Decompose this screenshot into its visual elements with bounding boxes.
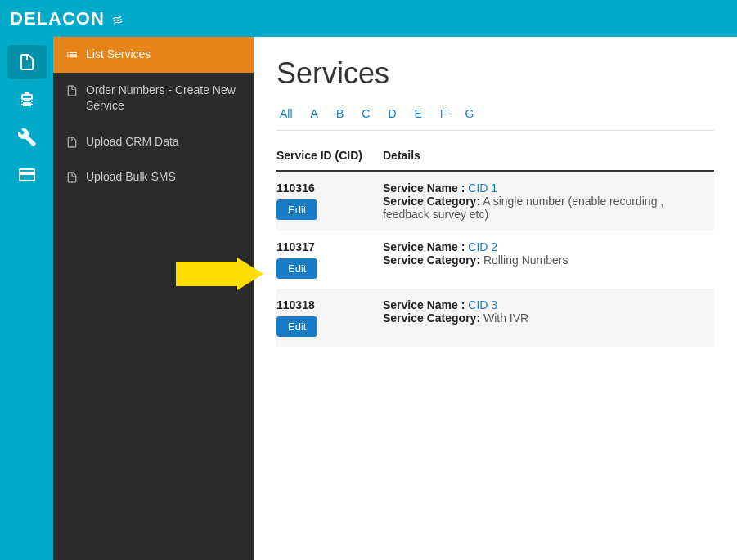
edit-button-110318[interactable]: Edit [276,316,317,337]
sidebar-label-list-services: List Services [86,47,151,63]
service-name-label-3: Service Name : [383,298,465,311]
alpha-filter: All A B C D E F G [276,105,714,131]
services-table: Service ID (CID) Details 110316 Edit Ser… [276,144,714,347]
service-category-label-1: Service Category: [383,195,480,208]
service-details-cell-1: Service Name : CID 1 Service Category: A… [383,171,714,231]
iconbar-billing[interactable] [7,158,47,192]
service-name-row-3: Service Name : CID 3 [383,298,708,311]
service-details-cell-3: Service Name : CID 3 Service Category: W… [383,289,714,347]
service-category-row-1: Service Category: A single number (enabl… [383,195,708,221]
main-content: Services All A B C D E F G Service ID (C… [254,37,737,560]
col-header-details: Details [383,144,714,171]
document-icon-1 [65,83,79,98]
service-name-value-1: CID 1 [468,181,497,195]
service-details-cell-2: Service Name : CID 2 Service Category: R… [383,231,714,289]
service-name-row-2: Service Name : CID 2 [383,240,708,253]
table-row: 110317 Edit Service Name : CID 2 Service… [276,231,714,289]
document-icon-2 [65,135,79,150]
service-category-row-3: Service Category: With IVR [383,311,708,325]
service-category-label-2: Service Category: [383,253,480,267]
service-id-110316: 110316 [276,181,376,195]
main-layout: List Services Order Numbers - Create New… [0,37,737,560]
col-header-id: Service ID (CID) [276,144,383,171]
top-header: DELACON ≋ [0,0,737,37]
sidebar-label-upload-crm: Upload CRM Data [86,134,179,150]
sidebar-item-upload-sms[interactable]: Upload Bulk SMS [53,159,254,195]
sidebar-wrapper: List Services Order Numbers - Create New… [53,37,254,560]
service-id-110317: 110317 [276,240,376,253]
service-name-row-1: Service Name : CID 1 [383,181,708,195]
service-id-110318: 110318 [276,298,376,311]
table-row: 110316 Edit Service Name : CID 1 Service… [276,171,714,231]
service-name-value-3: CID 3 [468,298,497,311]
alpha-e[interactable]: E [411,105,425,122]
sidebar-item-order-numbers[interactable]: Order Numbers - Create New Service [53,73,254,124]
service-name-value-2: CID 2 [468,240,497,253]
sidebar-label-upload-sms: Upload Bulk SMS [86,169,176,186]
iconbar-sitemap[interactable] [7,83,47,117]
iconbar-tools[interactable] [7,120,47,155]
sidebar-item-upload-crm[interactable]: Upload CRM Data [53,124,254,160]
service-id-cell-3: 110318 Edit [276,289,383,347]
list-icon [65,47,79,62]
service-category-row-2: Service Category: Rolling Numbers [383,253,708,267]
service-category-label-3: Service Category: [383,311,480,325]
document-icon-3 [65,170,79,185]
service-name-label-1: Service Name : [383,181,465,195]
logo: DELACON ≋ [10,8,124,29]
edit-button-110316[interactable]: Edit [276,199,317,220]
service-name-label-2: Service Name : [383,240,465,253]
service-category-value-3: With IVR [483,311,528,325]
alpha-f[interactable]: F [437,105,451,122]
sidebar-item-list-services[interactable]: List Services [53,37,254,73]
alpha-c[interactable]: C [358,105,373,122]
table-row: 110318 Edit Service Name : CID 3 Service… [276,289,714,347]
page-title: Services [276,56,714,91]
alpha-g[interactable]: G [461,105,477,122]
service-id-cell-2: 110317 Edit [276,231,383,289]
iconbar-documents[interactable] [7,45,47,79]
icon-bar [0,37,53,560]
edit-button-110317[interactable]: Edit [276,258,317,279]
service-category-value-2: Rolling Numbers [483,253,568,267]
sidebar-label-order-numbers: Order Numbers - Create New Service [86,83,242,114]
service-id-cell: 110316 Edit [276,171,383,231]
alpha-d[interactable]: D [384,105,399,122]
alpha-a[interactable]: A [308,105,321,122]
alpha-all[interactable]: All [276,105,296,122]
sidebar: List Services Order Numbers - Create New… [53,37,254,560]
alpha-b[interactable]: B [333,105,347,122]
